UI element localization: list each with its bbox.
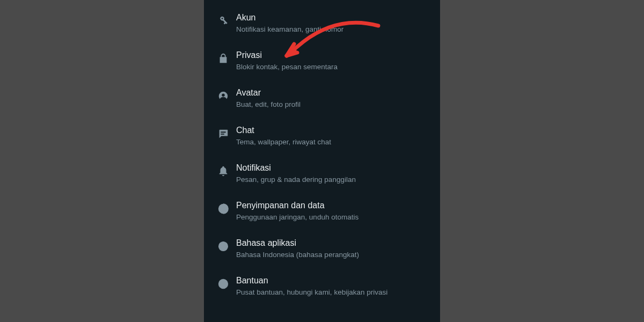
settings-item-akun[interactable]: Akun Notifikasi keamanan, ganti nomor bbox=[204, 4, 440, 42]
item-subtitle: Penggunaan jaringan, unduh otomatis bbox=[236, 213, 429, 222]
item-subtitle: Pesan, grup & nada dering panggilan bbox=[236, 175, 429, 185]
item-subtitle: Notifikasi keamanan, ganti nomor bbox=[236, 25, 429, 34]
item-title: Penyimpanan dan data bbox=[236, 200, 429, 211]
settings-item-bahasa[interactable]: Bahasa aplikasi Bahasa Indonesia (bahasa… bbox=[204, 230, 440, 267]
item-text: Privasi Blokir kontak, pesan sementara bbox=[236, 49, 429, 72]
item-text: Bahasa aplikasi Bahasa Indonesia (bahasa… bbox=[236, 237, 429, 260]
item-text: Avatar Buat, edit, foto profil bbox=[236, 87, 429, 109]
item-subtitle: Tema, wallpaper, riwayat chat bbox=[236, 137, 429, 147]
settings-item-chat[interactable]: Chat Tema, wallpaper, riwayat chat bbox=[204, 117, 440, 155]
item-subtitle: Bahasa Indonesia (bahasa perangkat) bbox=[236, 250, 429, 260]
chat-icon bbox=[210, 125, 236, 140]
item-title: Notifikasi bbox=[236, 162, 429, 174]
item-title: Avatar bbox=[236, 87, 429, 99]
item-text: Penyimpanan dan data Penggunaan jaringan… bbox=[236, 200, 429, 222]
item-title: Chat bbox=[236, 125, 429, 136]
item-text: Akun Notifikasi keamanan, ganti nomor bbox=[236, 12, 429, 34]
item-text: Chat Tema, wallpaper, riwayat chat bbox=[236, 125, 429, 147]
item-text: Bantuan Pusat bantuan, hubungi kami, keb… bbox=[236, 275, 429, 297]
item-title: Privasi bbox=[236, 49, 429, 61]
item-subtitle: Blokir kontak, pesan sementara bbox=[236, 62, 429, 72]
item-title: Bahasa aplikasi bbox=[236, 237, 429, 249]
settings-item-penyimpanan[interactable]: Penyimpanan dan data Penggunaan jaringan… bbox=[204, 192, 440, 230]
avatar-icon bbox=[210, 87, 236, 102]
lock-icon bbox=[210, 49, 236, 64]
item-subtitle: Pusat bantuan, hubungi kami, kebijakan p… bbox=[236, 288, 429, 297]
bell-icon bbox=[210, 162, 236, 177]
settings-item-notifikasi[interactable]: Notifikasi Pesan, grup & nada dering pan… bbox=[204, 155, 440, 192]
storage-icon bbox=[210, 200, 236, 215]
settings-item-avatar[interactable]: Avatar Buat, edit, foto profil bbox=[204, 79, 440, 117]
item-text: Notifikasi Pesan, grup & nada dering pan… bbox=[236, 162, 429, 185]
help-icon bbox=[210, 275, 236, 290]
globe-icon bbox=[210, 237, 236, 252]
key-icon bbox=[210, 12, 236, 27]
item-title: Bantuan bbox=[236, 275, 429, 287]
item-subtitle: Buat, edit, foto profil bbox=[236, 100, 429, 109]
settings-screen: Akun Notifikasi keamanan, ganti nomor Pr… bbox=[204, 0, 440, 322]
svg-point-4 bbox=[223, 286, 224, 287]
settings-item-privasi[interactable]: Privasi Blokir kontak, pesan sementara bbox=[204, 42, 440, 79]
settings-item-bantuan[interactable]: Bantuan Pusat bantuan, hubungi kami, keb… bbox=[204, 267, 440, 305]
item-title: Akun bbox=[236, 12, 429, 24]
